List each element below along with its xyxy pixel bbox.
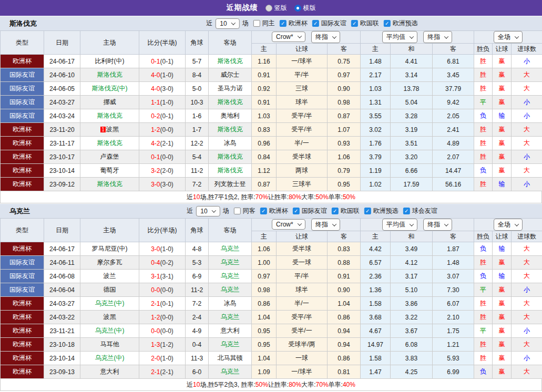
match-date: 24-06-04 bbox=[44, 283, 80, 297]
competition-checkbox[interactable]: ✓ bbox=[280, 20, 287, 27]
match-type: 国际友谊 bbox=[1, 109, 44, 123]
avg-draw-odds: 3.14 bbox=[391, 68, 433, 82]
odds-time-value: 终指 bbox=[315, 33, 328, 42]
recent-count-select[interactable]: 10 bbox=[196, 206, 220, 216]
match-row: 欧洲杯23-11-21乌克兰(中)0-0(0-0)4-9意大利0.95受半/一0… bbox=[1, 324, 542, 338]
home-team: 乌克兰(中) bbox=[80, 297, 139, 311]
same-venue-checkbox[interactable] bbox=[253, 20, 260, 27]
handicap-away-odds: 0.75 bbox=[328, 55, 361, 68]
handicap-away-odds: 0.86 bbox=[328, 311, 361, 324]
match-row: 国际友谊24-06-05斯洛伐克(中)4-0(3-0)5-0圣马力诺0.92三球… bbox=[1, 82, 542, 96]
away-team: 冰岛 bbox=[209, 297, 252, 311]
match-row: 欧洲杯23-10-14葡萄牙3-2(2-0)11-2斯洛伐克1.12两球0.79… bbox=[1, 164, 542, 178]
same-venue-checkbox[interactable] bbox=[234, 208, 241, 214]
odds-company-select[interactable]: Crow* bbox=[272, 32, 305, 42]
match-date: 24-03-27 bbox=[44, 297, 80, 311]
match-type: 欧洲杯 bbox=[1, 55, 44, 68]
score: 3-2(2-0) bbox=[139, 164, 186, 178]
handicap-away-odds: 0.91 bbox=[328, 270, 361, 283]
avg-type-select[interactable]: 平均值 bbox=[382, 219, 417, 231]
avg-home-odds: 4.42 bbox=[361, 242, 391, 256]
handicap-home-odds: 1.00 bbox=[252, 256, 277, 270]
subcol-avg-draw: 和 bbox=[391, 44, 433, 55]
away-team: 威尔士 bbox=[209, 68, 252, 82]
avg-time-select[interactable]: 终指 bbox=[423, 31, 452, 43]
avg-time-select[interactable]: 终指 bbox=[423, 219, 452, 231]
match-date: 23-11-17 bbox=[44, 137, 80, 150]
avg-away-odds: 2.07 bbox=[433, 150, 474, 164]
match-date: 24-06-05 bbox=[44, 82, 80, 96]
avg-draw-odds: 3.20 bbox=[391, 150, 433, 164]
result-handicap: 输 bbox=[493, 270, 512, 283]
result-goals: 小 bbox=[512, 324, 542, 338]
odds-time-select[interactable]: 终指 bbox=[311, 31, 340, 43]
scope-select[interactable]: 全场 bbox=[494, 31, 523, 43]
match-date: 23-10-17 bbox=[44, 150, 80, 164]
handicap-home-odds: 0.84 bbox=[252, 150, 277, 164]
handicap-home-odds: 0.97 bbox=[252, 270, 277, 283]
competition-checkbox[interactable]: ✓ bbox=[384, 20, 391, 27]
corner-score: 1-7 bbox=[186, 123, 209, 137]
avg-away-odds: 2.41 bbox=[433, 123, 474, 137]
avg-home-odds: 6.57 bbox=[361, 256, 391, 270]
subcol-winloss: 胜负 bbox=[474, 231, 493, 242]
away-team: 列支敦士登 bbox=[209, 178, 252, 191]
handicap-line: 球半 bbox=[277, 283, 328, 297]
away-team: 斯洛伐克 bbox=[209, 164, 252, 178]
odds-company-value: Crow* bbox=[276, 33, 293, 40]
away-team: 奥地利 bbox=[209, 109, 252, 123]
team-name: 乌克兰 bbox=[0, 207, 30, 216]
team-section-ukraine: 乌克兰 近10场同客✓欧洲杯✓国际友谊✓欧国联✓欧洲预选✓球会友谊 类型 日期 … bbox=[0, 203, 542, 391]
competition-checkbox[interactable]: ✓ bbox=[260, 208, 267, 214]
result-goals: 大 bbox=[512, 297, 542, 311]
avg-time-value: 终指 bbox=[427, 33, 440, 42]
page-title: 近期战绩 bbox=[227, 3, 258, 13]
home-team: 比利时(中) bbox=[80, 55, 139, 68]
handicap-line: 受平/半 bbox=[277, 109, 328, 123]
col-home: 主场 bbox=[80, 31, 139, 55]
odds-time-select[interactable]: 终指 bbox=[311, 219, 340, 231]
result-handicap: 赢 bbox=[493, 150, 512, 164]
recent-count-select[interactable]: 10 bbox=[215, 18, 239, 29]
result-winloss: 胜 bbox=[474, 55, 493, 68]
radio-vertical-label: 竖版 bbox=[274, 4, 287, 13]
layout-radio-vertical[interactable]: 竖版 bbox=[265, 4, 287, 13]
competition-checkbox[interactable]: ✓ bbox=[364, 208, 371, 214]
competition-checkbox[interactable]: ✓ bbox=[293, 208, 300, 214]
competition-checkbox[interactable]: ✓ bbox=[312, 20, 319, 27]
handicap-home-odds: 1.09 bbox=[252, 365, 277, 379]
competition-checkbox[interactable]: ✓ bbox=[351, 20, 358, 27]
avg-away-odds: 6.99 bbox=[433, 365, 474, 379]
match-type: 国际友谊 bbox=[1, 68, 44, 82]
avg-away-odds: 9.42 bbox=[433, 96, 474, 109]
score: 2-1(0-1) bbox=[139, 297, 186, 311]
subcol-avg-away: 客 bbox=[433, 231, 474, 242]
score: 0-1(0-0) bbox=[139, 150, 186, 164]
scope-select[interactable]: 全场 bbox=[494, 219, 523, 231]
corner-score: 4-8 bbox=[186, 242, 209, 256]
home-team: 波黑 bbox=[80, 311, 139, 324]
competition-checkbox[interactable]: ✓ bbox=[332, 208, 339, 214]
match-date: 23-09-12 bbox=[44, 178, 80, 191]
subcol-odds-home: 主 bbox=[252, 231, 277, 242]
away-team: 乌克兰 bbox=[209, 270, 252, 283]
handicap-home-odds: 0.95 bbox=[252, 338, 277, 352]
competition-checkbox[interactable]: ✓ bbox=[403, 208, 410, 214]
handicap-away-odds: 0.97 bbox=[328, 68, 361, 82]
match-row: 国际友谊24-06-08波兰3-1(3-1)6-9乌克兰0.97平/半0.912… bbox=[1, 270, 542, 283]
result-goals: 大 bbox=[512, 164, 542, 178]
match-row: 国际友谊24-06-11摩尔多瓦0-4(0-2)5-3乌克兰1.00受一球0.8… bbox=[1, 256, 542, 270]
corner-score: 7-2 bbox=[186, 297, 209, 311]
odds-company-select[interactable]: Crow* bbox=[272, 219, 305, 230]
avg-away-odds: 3.07 bbox=[433, 270, 474, 283]
avg-home-odds: 1.31 bbox=[361, 96, 391, 109]
result-group-header: 全场 bbox=[474, 219, 542, 231]
handicap-home-odds: 1.03 bbox=[252, 109, 277, 123]
result-handicap: 赢 bbox=[493, 123, 512, 137]
avg-type-select[interactable]: 平均值 bbox=[382, 31, 417, 43]
avg-away-odds: 56.16 bbox=[433, 178, 474, 191]
layout-radio-horizontal[interactable]: 横版 bbox=[294, 4, 316, 13]
result-handicap: 赢 bbox=[493, 338, 512, 352]
match-date: 24-03-27 bbox=[44, 96, 80, 109]
handicap-line: 半/一 bbox=[277, 297, 328, 311]
